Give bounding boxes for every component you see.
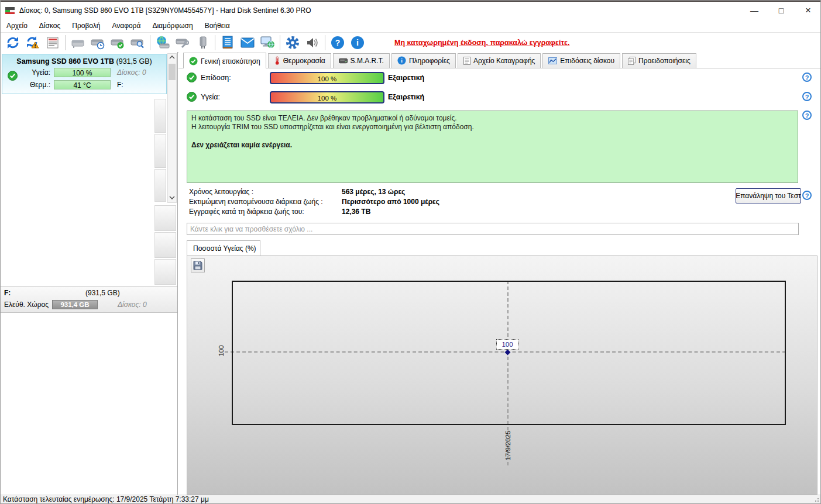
close-button[interactable]: ×: [795, 2, 821, 19]
document-icon: [463, 57, 470, 65]
empty-slot: [154, 99, 166, 133]
refresh-icon: [5, 35, 20, 50]
status-advice-box: Η κατάσταση του SSD είναι ΤΕΛΕΙΑ. Δεν βρ…: [187, 111, 798, 183]
performance-meter: 100 %: [270, 72, 384, 84]
disk-gray-icon: [70, 35, 85, 50]
network-monitor-icon: [260, 35, 275, 50]
menu-view[interactable]: Προβολή: [66, 20, 106, 32]
disk-flat-icon: [339, 58, 348, 64]
disk-driver-button[interactable]: [193, 34, 212, 51]
disk-index-label: Δίσκος: 0: [117, 68, 146, 77]
tab-information[interactable]: i Πληροφορίες: [391, 53, 456, 68]
health-rating: Εξαιρετική: [388, 93, 424, 101]
disk-list-scrollbar[interactable]: [167, 53, 177, 203]
log-button[interactable]: [218, 34, 238, 51]
free-space-bar: 931,4 GB: [52, 300, 98, 309]
tab-label: Προειδοποιήσεις: [638, 57, 691, 65]
performance-ok-icon: [187, 73, 197, 82]
remaining-lifetime-label: Εκτιμώμενη εναπομένουσα διάρκεια ζωής :: [189, 198, 323, 206]
minimize-button[interactable]: —: [741, 2, 768, 19]
performance-rating: Εξαιρετική: [388, 74, 424, 82]
disk-name: Samsung SSD 860 EVO 1TB: [16, 57, 114, 65]
menu-file[interactable]: Αρχείο: [1, 20, 33, 32]
empty-slot: [154, 205, 176, 231]
menu-disk[interactable]: Δίσκος: [33, 20, 66, 32]
scroll-up-icon[interactable]: [169, 55, 175, 60]
app-logo-icon: [5, 6, 15, 15]
disk-size: (931,5 GB): [116, 57, 152, 65]
about-button[interactable]: i: [348, 34, 367, 51]
partition-name: F:: [4, 289, 11, 297]
save-chart-button[interactable]: [191, 258, 205, 272]
disk-check-icon: [110, 35, 125, 50]
chart-tab-health-percent[interactable]: Ποσοστά Υγείας (%): [187, 240, 260, 256]
svg-text:i: i: [401, 58, 403, 64]
power-on-time-value: 563 μέρες, 13 ώρες: [342, 188, 405, 196]
disk-plug-icon: [195, 35, 210, 50]
advice-line2: Η λειτουργία TRIM του SSD υποστηρίζεται …: [191, 123, 793, 132]
empty-slot: [154, 232, 176, 258]
chart-x-tick: 17/9/2025: [504, 428, 511, 463]
disk-test-ok-button[interactable]: [108, 34, 128, 51]
help-icon: ?: [331, 36, 345, 50]
tab-overview[interactable]: Γενική επισκόπηση: [183, 53, 266, 68]
advice-action: Δεν χρειάζεται καμία ενέργεια.: [191, 141, 793, 150]
info-icon: i: [351, 36, 365, 50]
partition-panel[interactable]: F: (931,5 GB) Ελεύθ. Χώρος 931,4 GB Δίσκ…: [1, 286, 177, 313]
tab-log[interactable]: Αρχείο Καταγραφής: [458, 53, 541, 68]
chart-point-label: 100: [496, 339, 518, 350]
retest-button[interactable]: Επανάληψη του Τεστ: [736, 188, 801, 203]
disk-schedule-button[interactable]: [88, 34, 108, 51]
remote-monitor-button[interactable]: [257, 34, 277, 51]
register-link[interactable]: Μη καταχωρημένη έκδοση, παρακαλώ εγγραφε…: [394, 39, 569, 47]
disk-volume-label: F:: [117, 81, 123, 89]
disk-surface-test-button[interactable]: [128, 34, 147, 51]
performance-label: Επίδοση:: [201, 74, 231, 82]
menu-help[interactable]: Βοήθεια: [199, 20, 236, 32]
message-button[interactable]: [238, 34, 257, 51]
menu-report[interactable]: Αναφορά: [106, 20, 146, 32]
refresh-warning-icon: [25, 35, 40, 50]
disk-list-item[interactable]: Samsung SSD 860 EVO 1TB (931,5 GB) Υγεία…: [2, 54, 167, 94]
network-disk-button[interactable]: [153, 34, 173, 51]
globe-disk-icon: [155, 35, 170, 50]
report-button[interactable]: [43, 34, 63, 51]
temp-mini-bar: 41 °C: [54, 80, 111, 89]
menu-configuration[interactable]: Διαμόρφωση: [146, 20, 198, 32]
svg-text:?: ?: [335, 38, 341, 47]
tab-alerts[interactable]: Προειδοποιήσεις: [622, 53, 696, 68]
svg-text:i: i: [356, 38, 359, 47]
title-bar[interactable]: Δίσκος: 0, Samsung SSD 860 EVO 1TB [S3Z9…: [1, 2, 821, 19]
help-button[interactable]: ?: [328, 34, 348, 51]
disk-offline-button[interactable]: [68, 34, 88, 51]
maximize-button[interactable]: □: [768, 2, 795, 19]
advice-help-icon[interactable]: ?: [802, 111, 812, 120]
health-help-icon[interactable]: ?: [802, 92, 812, 101]
partition-disk-label: Δίσκος: 0: [118, 301, 147, 309]
comment-input[interactable]: [187, 223, 799, 235]
pages-icon: [628, 57, 635, 65]
retest-help-icon[interactable]: ?: [802, 191, 812, 200]
resize-grip[interactable]: [813, 496, 819, 502]
scrollbar-thumb[interactable]: [169, 64, 176, 80]
sounds-button[interactable]: [303, 34, 322, 51]
chart-y-tick: 100: [218, 343, 225, 359]
power-on-time-label: Χρόνος λειτουργίας :: [189, 188, 253, 196]
tab-disk-performance[interactable]: Επιδόσεις δίσκου: [542, 53, 620, 68]
tab-temperature[interactable]: Θερμοκρασία: [268, 53, 331, 68]
disk-tools-button[interactable]: [173, 34, 193, 51]
tab-bar: Γενική επισκόπηση Θερμοκρασία S.M.A.R.T.…: [178, 53, 821, 68]
settings-button[interactable]: [283, 34, 303, 51]
disk-clock-icon: [90, 35, 105, 50]
reanalyse-button[interactable]: [23, 34, 43, 51]
scroll-down-icon[interactable]: [169, 195, 175, 200]
report-icon: [46, 36, 60, 50]
refresh-button[interactable]: [3, 34, 23, 51]
tab-smart[interactable]: S.M.A.R.T.: [333, 53, 390, 68]
status-text: Κατάσταση τελευταίας ενημέρωσης: 17/9/20…: [3, 495, 209, 503]
tab-label: Γενική επισκόπηση: [201, 57, 260, 65]
performance-help-icon[interactable]: ?: [802, 73, 812, 82]
health-ok-icon: [187, 92, 197, 102]
tab-label: Αρχείο Καταγραφής: [473, 57, 535, 65]
health-label: Υγεία:: [201, 93, 220, 101]
